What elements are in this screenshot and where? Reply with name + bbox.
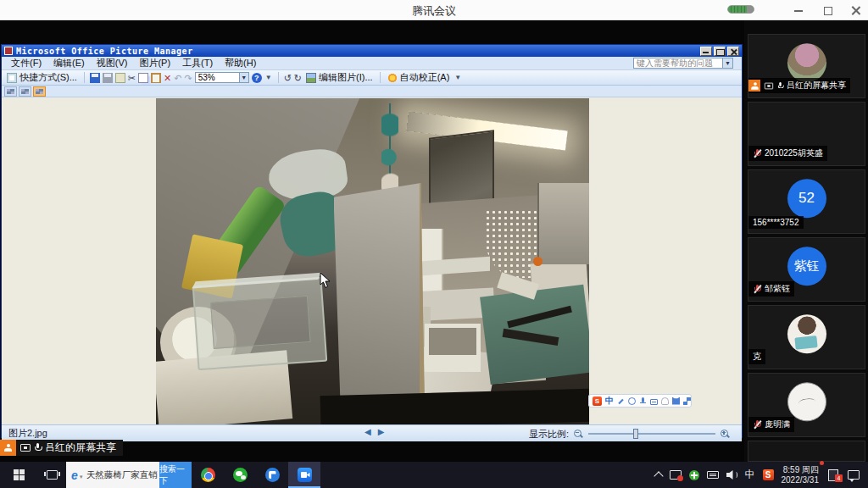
participant-name: 156****3752 (753, 218, 799, 227)
photo-orange-object (533, 257, 542, 266)
zoom-out-icon[interactable] (574, 430, 583, 439)
taskbar-app-chrome[interactable] (192, 462, 224, 488)
pen-icon[interactable] (617, 397, 625, 405)
help-search-placeholder: 键入需要帮助的问题 (637, 58, 713, 69)
search-input[interactable]: 天然藤椅厂家直销 (86, 469, 159, 481)
pm-restore-button[interactable] (714, 47, 726, 56)
search-go-button[interactable]: 搜索一下 (159, 462, 192, 488)
toolbox-icon[interactable] (683, 397, 691, 405)
taskbar-app-wechat[interactable] (224, 462, 256, 488)
copy-icon[interactable] (138, 73, 148, 83)
participant-tile[interactable]: 吕红的屏幕共享 (748, 34, 865, 98)
microphone-icon (778, 82, 783, 90)
print-icon[interactable] (103, 73, 113, 83)
participant-tile[interactable]: 紫钰 邹紫钰 (748, 237, 865, 302)
display-tray-icon[interactable] (670, 470, 682, 480)
zoom-combobox[interactable]: 53% ▼ (195, 72, 249, 83)
photo-model-open-box (425, 324, 481, 373)
chevron-down-icon[interactable]: ▼ (722, 58, 732, 68)
rotate-left-icon[interactable]: ↺ (284, 73, 292, 83)
sogou-logo-icon[interactable]: S (593, 396, 602, 406)
hidden-icons-chevron[interactable] (654, 471, 663, 480)
thumbnail-view-button[interactable] (4, 86, 17, 97)
action-center-icon[interactable] (848, 470, 860, 480)
mail-icon[interactable] (115, 73, 125, 83)
minimize-icon[interactable] (793, 5, 804, 15)
emoji-icon[interactable] (628, 397, 636, 405)
taskbar-clock[interactable]: 8:59 周四 2022/3/31 (782, 465, 821, 485)
keyboard-icon[interactable] (650, 399, 658, 405)
menu-file[interactable]: 文件(F) (5, 57, 47, 69)
screen-share-banner: 吕红的屏幕共享 (0, 440, 123, 456)
pm-canvas (2, 97, 742, 424)
shortcut-icon (7, 73, 17, 83)
ime-mode-indicator[interactable]: 中 (605, 395, 614, 407)
photo-图片2[interactable] (156, 98, 589, 424)
participant-tile[interactable]: 52 156****3752 (748, 169, 865, 234)
shortcuts-button[interactable]: 快捷方式(S)... (5, 71, 79, 84)
antivirus-tray-icon[interactable] (689, 470, 699, 480)
participant-tile[interactable] (748, 441, 865, 462)
previous-image-icon[interactable]: ◀ (364, 427, 371, 436)
notification-icon[interactable]: 4 (828, 469, 840, 480)
menu-view[interactable]: 视图(V) (91, 57, 134, 69)
taskbar-search-box[interactable]: e ▼ 天然藤椅厂家直销 搜索一下 (66, 462, 192, 488)
voice-icon[interactable] (639, 397, 647, 405)
start-button[interactable] (0, 462, 37, 488)
menu-help[interactable]: 帮助(H) (219, 57, 262, 69)
avatar (787, 43, 826, 82)
presenter-icon (748, 80, 760, 92)
clock-date: 2022/3/31 (782, 475, 820, 485)
save-icon[interactable] (90, 73, 100, 83)
next-image-icon[interactable]: ▶ (378, 427, 385, 436)
pm-toolbar: 快捷方式(S)... ✂ ✕ ↶ ↷ 53% ▼ ? ▼ ↺ (2, 70, 742, 86)
screen-share-icon (765, 82, 773, 89)
photo-plastic-organizer-box (192, 276, 328, 370)
paste-icon[interactable] (151, 73, 161, 83)
meeting-titlebar: 腾讯会议 (0, 0, 868, 20)
maximize-icon[interactable] (822, 5, 832, 15)
help-icon[interactable]: ? (252, 73, 262, 83)
menu-edit[interactable]: 编辑(E) (47, 57, 91, 69)
filmstrip-view-button[interactable] (19, 86, 31, 97)
rotate-right-icon[interactable]: ↻ (294, 73, 302, 83)
participant-tile[interactable]: 2010225胡英盛 (748, 102, 865, 166)
zoom-in-icon[interactable] (721, 430, 730, 439)
speaker-icon[interactable] (726, 470, 737, 480)
pm-minimize-button[interactable] (700, 47, 712, 56)
taskbar-app-bluetool[interactable] (256, 462, 288, 488)
participant-tile[interactable]: 克 (748, 305, 865, 369)
ime-language-indicator[interactable]: 中 (745, 468, 755, 482)
redo-icon[interactable]: ↷ (185, 73, 192, 83)
participant-name: 2010225胡英盛 (765, 147, 823, 159)
undo-icon[interactable]: ↶ (174, 73, 181, 83)
touch-keyboard-icon[interactable] (707, 471, 719, 479)
delete-icon[interactable]: ✕ (164, 73, 171, 83)
muted-mic-icon (753, 285, 761, 294)
menu-tools[interactable]: 工具(T) (176, 57, 219, 69)
toolbar-overflow-icon[interactable]: ▼ (453, 74, 462, 81)
edit-picture-button[interactable]: 编辑图片(I)... (304, 71, 375, 84)
menu-picture[interactable]: 图片(P) (133, 57, 176, 69)
toolbar-overflow-icon[interactable]: ▼ (264, 74, 273, 81)
photo-carton-box (537, 183, 589, 264)
taskbar-app-tencent-meeting[interactable] (288, 462, 320, 488)
close-icon[interactable] (851, 5, 861, 15)
pm-titlebar[interactable]: Microsoft Office Picture Manager (2, 45, 742, 57)
help-search-box[interactable]: 键入需要帮助的问题 ▼ (633, 58, 733, 69)
pm-menubar: 文件(F) 编辑(E) 视图(V) 图片(P) 工具(T) 帮助(H) 键入需要… (2, 57, 742, 70)
task-view-button[interactable] (37, 462, 66, 488)
person-icon[interactable] (661, 397, 669, 405)
system-tray: 中 S 8:59 周四 2022/3/31 4 (655, 465, 868, 485)
zoom-slider[interactable] (588, 429, 715, 439)
cut-icon[interactable]: ✂ (128, 73, 136, 83)
skin-icon[interactable] (672, 397, 680, 405)
single-view-button[interactable] (33, 86, 46, 97)
pm-close-button[interactable] (727, 47, 739, 56)
sogou-ime-bar[interactable]: S 中 (588, 394, 692, 408)
sogou-tray-icon[interactable]: S (763, 469, 774, 480)
auto-correct-button[interactable]: 自动校正(A) (386, 71, 452, 84)
chevron-down-icon[interactable]: ▼ (239, 73, 248, 82)
zoom-slider-thumb[interactable] (633, 429, 638, 439)
participant-tile[interactable]: 庞明满 (748, 373, 865, 437)
